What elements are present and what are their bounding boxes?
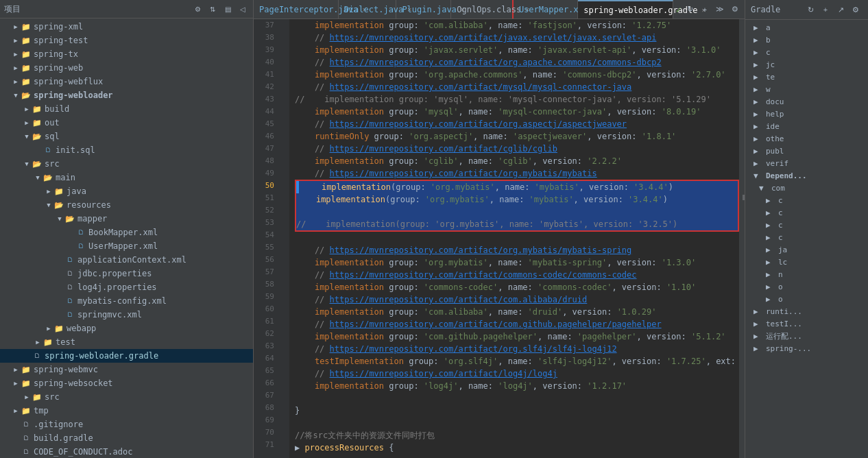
tab-sync-btn[interactable]: ↻	[683, 3, 697, 16]
sidebar-header: 项目 ⚙ ⇅ ▤ ◁	[0, 0, 253, 19]
sidebar-item-build[interactable]: ▶ 📁 build	[0, 102, 253, 116]
right-settings-btn[interactable]: ⚙	[849, 3, 863, 16]
sidebar-item-resources[interactable]: ▼ 📂 resources	[0, 198, 253, 212]
right-item-publ[interactable]: ▶ publ	[745, 145, 868, 157]
sidebar-item-spring-test[interactable]: ▶ 📁 spring-test	[0, 34, 253, 47]
right-item-c4[interactable]: ▶ c	[745, 231, 868, 243]
sidebar: 项目 ⚙ ⇅ ▤ ◁ ▶ 📁 spring-xml ▶ 📁 spring-tes…	[0, 0, 254, 458]
sidebar-item-bookmapper[interactable]: ▶ 🗋 BookMapper.xml	[0, 226, 253, 239]
sidebar-item-log4j-props[interactable]: ▶ 🗋 log4j.properties	[0, 280, 253, 294]
scrollbar[interactable]	[739, 19, 745, 458]
sidebar-item-mapper[interactable]: ▼ 📂 mapper	[0, 212, 253, 226]
sidebar-item-java[interactable]: ▶ 📁 java	[0, 184, 253, 198]
right-item-yunxing[interactable]: ▶ 运行配...	[745, 330, 868, 342]
folder-icon: 📁	[32, 105, 43, 114]
sidebar-title: 项目	[4, 3, 189, 15]
right-sync-btn[interactable]: ↻	[804, 3, 817, 16]
xml-file-icon: 🗋	[75, 229, 86, 236]
right-item-ide[interactable]: ▶ ide	[745, 120, 868, 132]
right-item-com[interactable]: ▼ com	[745, 182, 868, 194]
sidebar-item-code-of-conduct[interactable]: ▶ 🗋 CODE_OF_CONDUCT.adoc	[0, 445, 253, 458]
ln-37: 37	[254, 19, 278, 32]
sidebar-item-appcontext[interactable]: ▶ 🗋 applicationContext.xml	[0, 253, 253, 267]
tab-ognlops[interactable]: OgnlOps.class ✕	[451, 0, 514, 19]
code-line-44: implementation group: 'mysql', name: 'my…	[295, 106, 739, 118]
right-item-c1[interactable]: ▶ c	[745, 194, 868, 206]
sidebar-item-spring-xml[interactable]: ▶ 📁 spring-xml	[0, 20, 253, 34]
right-item-c[interactable]: ▶ c	[745, 46, 868, 58]
ln-55: 55	[254, 241, 278, 254]
right-item-icon: ▶	[754, 85, 763, 94]
sidebar-item-tmp[interactable]: ▶ 📁 tmp	[0, 404, 253, 418]
right-item-o2[interactable]: ▶ o	[745, 293, 868, 305]
code-line-39: implementation group: 'javax.servlet', n…	[295, 44, 739, 56]
right-item-icon: ▶	[766, 208, 775, 217]
sidebar-item-gitignore[interactable]: ▶ 🗋 .gitignore	[0, 418, 253, 431]
sidebar-item-spring-webmvc[interactable]: ▶ 📁 spring-webmvc	[0, 363, 253, 376]
sidebar-item-webapp[interactable]: ▶ 📁 webapp	[0, 322, 253, 335]
sidebar-item-build-gradle[interactable]: ▶ 🗋 build.gradle	[0, 431, 253, 445]
right-item-lc[interactable]: ▶ lc	[745, 256, 868, 268]
right-item-docu[interactable]: ▶ docu	[745, 95, 868, 108]
ln-61: 61	[254, 315, 278, 328]
file-icon: 🗋	[21, 421, 32, 428]
right-item-o1[interactable]: ▶ o	[745, 280, 868, 293]
right-item-testi[interactable]: ▶ testI...	[745, 317, 868, 330]
ln-67: 67	[254, 389, 278, 402]
right-item-verif[interactable]: ▶ verif	[745, 157, 868, 169]
right-item-help[interactable]: ▶ help	[745, 108, 868, 120]
sidebar-item-src2[interactable]: ▶ 📁 src	[0, 390, 253, 404]
sidebar-sort-btn[interactable]: ⇅	[206, 3, 219, 15]
right-item-jc[interactable]: ▶ jc	[745, 58, 868, 71]
tab-plugin[interactable]: Plugin.java ✕	[396, 0, 451, 19]
sidebar-item-src[interactable]: ▼ 📂 src	[0, 157, 253, 171]
sidebar-item-spring-webloader[interactable]: ▼ 📂 spring-webloader	[0, 88, 253, 102]
right-item-ja[interactable]: ▶ ja	[745, 243, 868, 256]
sidebar-item-main[interactable]: ▼ 📂 main	[0, 171, 253, 184]
right-add-btn[interactable]: +	[819, 3, 832, 16]
tab-pageinterceptor[interactable]: PageInterceptor.java ✕	[254, 0, 339, 19]
sidebar-item-test[interactable]: ▶ 📁 test	[0, 335, 253, 349]
sidebar-item-spring-websocket[interactable]: ▶ 📁 spring-websocket	[0, 376, 253, 390]
right-item-depend[interactable]: ▼ Depend...	[745, 169, 868, 182]
sidebar-collapse-btn[interactable]: ◁	[237, 3, 249, 15]
sidebar-item-spring-webflux[interactable]: ▶ 📁 spring-webflux	[0, 75, 253, 88]
code-line-63: // https://mvnrepository.com/artifact/or…	[295, 343, 739, 355]
tab-spring-webloader[interactable]: spring-webloader.gradle ✕	[578, 0, 673, 19]
right-item-n[interactable]: ▶ n	[745, 268, 868, 280]
sidebar-item-jdbc-props[interactable]: ▶ 🗋 jdbc.properties	[0, 267, 253, 280]
right-item-spring-r[interactable]: ▶ spring-...	[745, 342, 868, 354]
right-item-c2[interactable]: ▶ c	[745, 206, 868, 219]
sidebar-item-spring-webloader-gradle[interactable]: ▶ 🗋 spring-webloader.gradle	[0, 349, 253, 363]
prop-file-icon: 🗋	[64, 284, 75, 291]
tab-usermapper[interactable]: UserMapper.xml ✕	[514, 0, 578, 19]
right-item-c3[interactable]: ▶ c	[745, 219, 868, 231]
code-line-66: implementation group: 'log4j', name: 'lo…	[295, 380, 739, 392]
sidebar-settings-btn[interactable]: ⚙	[191, 3, 204, 15]
tab-menu-btn[interactable]: ≫	[713, 3, 727, 16]
sidebar-item-sql[interactable]: ▼ 📂 sql	[0, 130, 253, 143]
tab-bar-actions: ✓ ↻ + ≫ ⚙	[673, 3, 745, 16]
sidebar-item-out[interactable]: ▶ 📁 out	[0, 116, 253, 130]
sidebar-item-mybatis-config[interactable]: ▶ 🗋 mybatis-config.xml	[0, 294, 253, 308]
tab-dialect[interactable]: Dialect.java ✕	[339, 0, 397, 19]
code-area[interactable]: implementation group: 'com.alibaba', nam…	[289, 19, 739, 458]
right-item-runti[interactable]: ▶ runti...	[745, 305, 868, 317]
sidebar-item-init-sql[interactable]: ▶ 🗋 init.sql	[0, 143, 253, 157]
sidebar-filter-btn[interactable]: ▤	[221, 3, 234, 15]
ln-49: 49	[254, 167, 278, 180]
right-item-othe[interactable]: ▶ othe	[745, 132, 868, 145]
sidebar-item-usermapper[interactable]: ▶ 🗋 UserMapper.xml	[0, 239, 253, 253]
tab-add-btn[interactable]: +	[698, 3, 712, 16]
right-item-a[interactable]: ▶ a	[745, 21, 868, 34]
right-item-b[interactable]: ▶ b	[745, 34, 868, 46]
right-item-te[interactable]: ▶ te	[745, 71, 868, 83]
sidebar-item-springmvc[interactable]: ▶ 🗋 springmvc.xml	[0, 308, 253, 322]
tab-settings-btn[interactable]: ⚙	[728, 3, 742, 16]
folder-open-icon: 📂	[32, 132, 43, 141]
right-item-w[interactable]: ▶ w	[745, 83, 868, 95]
right-expand-btn[interactable]: ↗	[834, 3, 847, 16]
sidebar-item-spring-tx[interactable]: ▶ 📁 spring-tx	[0, 47, 253, 61]
code-line-62: implementation group: 'com.github.pagehe…	[295, 330, 739, 343]
sidebar-item-spring-web[interactable]: ▶ 📁 spring-web	[0, 61, 253, 75]
